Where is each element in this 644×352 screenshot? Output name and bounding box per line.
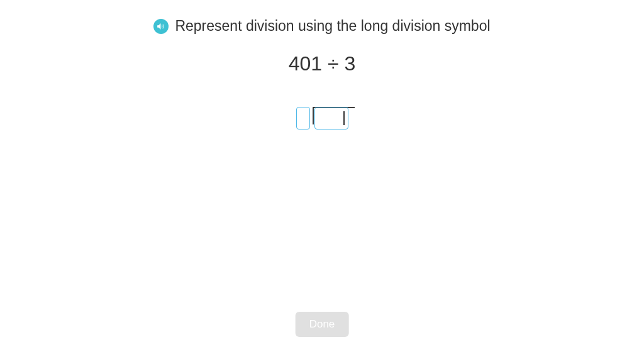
done-button[interactable]: Done	[296, 312, 349, 337]
sound-icon[interactable]	[153, 19, 169, 34]
text-cursor	[343, 111, 345, 125]
instruction-row: Represent division using the long divisi…	[153, 18, 490, 35]
divisor-input[interactable]	[296, 107, 310, 129]
long-division-input	[296, 107, 348, 129]
problem-expression: 401 ÷ 3	[289, 52, 356, 75]
dividend-container	[312, 107, 348, 129]
instruction-text: Represent division using the long divisi…	[175, 18, 490, 35]
